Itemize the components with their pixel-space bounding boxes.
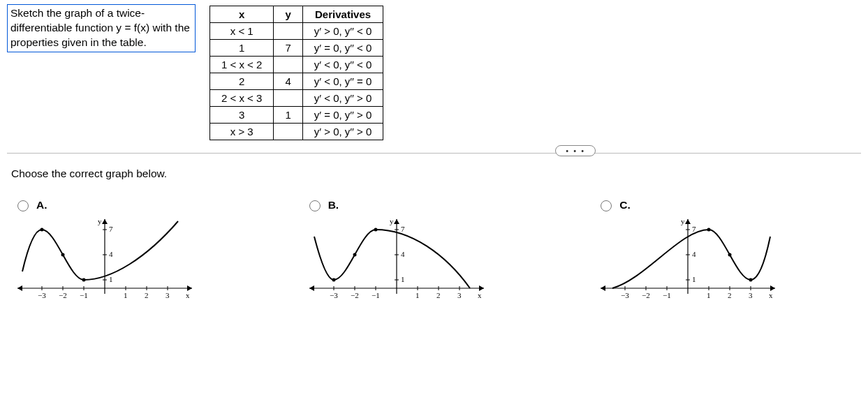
radio-c[interactable] [601, 200, 612, 211]
tick-label: 3 [457, 291, 462, 299]
option-a-label[interactable]: A. [14, 198, 278, 211]
axis-label-x: x [769, 291, 773, 299]
cell-x: 1 [210, 40, 274, 57]
svg-marker-21 [394, 219, 399, 224]
tick-label: 3 [165, 291, 170, 299]
tick-label: −2 [59, 291, 67, 299]
svg-point-16 [82, 278, 86, 282]
cell-y [274, 23, 302, 40]
axis-label-y: y [390, 217, 394, 225]
tick-label: 1 [707, 291, 711, 299]
tick-label: −3 [330, 291, 338, 299]
tick-label: −2 [351, 291, 359, 299]
cell-d: y′ < 0, y′′ = 0 [302, 73, 383, 90]
svg-marker-36 [601, 285, 605, 291]
option-c-label[interactable]: C. [597, 198, 861, 211]
table-row: x < 1 y′ > 0, y′′ < 0 [210, 23, 383, 40]
table-row: 1 7 y′ = 0, y′′ < 0 [210, 40, 383, 57]
table-row: 2 < x < 3 y′ < 0, y′′ > 0 [210, 90, 383, 107]
cell-x: 2 [210, 73, 274, 90]
graph-a: −3 −2 −1 1 2 3 1 4 7 y x [14, 216, 196, 299]
tick-label: 1 [415, 291, 420, 299]
svg-marker-2 [17, 285, 22, 291]
th-x: x [210, 6, 274, 23]
cell-x: 1 < x < 2 [210, 57, 274, 73]
cell-y: 7 [274, 40, 302, 57]
option-c: C. −3 −2 −1 1 2 3 1 4 7 y x [597, 198, 861, 299]
tick-label: 7 [401, 225, 405, 233]
choose-graph-prompt: Choose the correct graph below. [11, 167, 861, 180]
svg-point-48 [707, 228, 711, 232]
svg-point-14 [41, 228, 44, 232]
cell-x: x < 1 [210, 23, 274, 40]
option-a: A. −3 −2 −1 1 2 3 1 4 7 y [14, 198, 278, 299]
svg-marker-38 [685, 219, 691, 224]
tick-label: 1 [401, 275, 405, 283]
axis-label-x: x [478, 291, 482, 299]
tick-label: 4 [401, 250, 405, 258]
th-deriv: Derivatives [302, 6, 383, 23]
svg-marker-18 [479, 285, 484, 291]
svg-point-15 [61, 253, 65, 257]
tick-label: −1 [372, 291, 380, 299]
option-b-letter: B. [328, 199, 339, 211]
radio-a[interactable] [17, 200, 29, 211]
svg-point-33 [374, 228, 377, 232]
radio-b[interactable] [309, 200, 321, 211]
option-b: B. −3 −2 −1 1 2 3 1 4 7 y x [306, 198, 570, 299]
svg-marker-19 [309, 285, 314, 291]
graph-b: −3 −2 −1 1 2 3 1 4 7 y x [306, 216, 487, 299]
th-y: y [274, 6, 302, 23]
svg-point-31 [332, 278, 335, 282]
svg-point-49 [728, 253, 732, 257]
svg-marker-4 [102, 219, 108, 224]
separator-line [7, 153, 861, 154]
table-row: 1 < x < 2 y′ < 0, y′′ < 0 [210, 57, 383, 73]
cell-y [274, 57, 302, 73]
more-button[interactable]: • • • [555, 145, 596, 156]
tick-label: 1 [692, 275, 696, 283]
tick-label: 3 [749, 291, 753, 299]
svg-marker-1 [187, 285, 192, 291]
cell-d: y′ < 0, y′′ < 0 [302, 57, 383, 73]
table-row: x > 3 y′ > 0, y′′ > 0 [210, 124, 383, 140]
tick-label: 4 [109, 250, 113, 258]
tick-label: −3 [621, 291, 629, 299]
cell-x: 3 [210, 107, 274, 124]
derivatives-table: x y Derivatives x < 1 y′ > 0, y′′ < 0 1 … [209, 6, 383, 140]
tick-label: −1 [80, 291, 88, 299]
cell-d: y′ < 0, y′′ > 0 [302, 90, 383, 107]
table-row: 2 4 y′ < 0, y′′ = 0 [210, 73, 383, 90]
cell-y [274, 90, 302, 107]
tick-label: 2 [145, 291, 149, 299]
cell-x: x > 3 [210, 124, 274, 140]
graph-c: −3 −2 −1 1 2 3 1 4 7 y x [597, 216, 779, 299]
tick-label: −1 [663, 291, 671, 299]
tick-label: 4 [692, 250, 696, 258]
cell-d: y′ = 0, y′′ > 0 [302, 107, 383, 124]
tick-label: 7 [692, 225, 696, 233]
cell-y [274, 124, 302, 140]
cell-y: 1 [274, 107, 302, 124]
tick-label: 2 [436, 291, 441, 299]
axis-label-y: y [98, 217, 102, 225]
question-text: Sketch the graph of a twice-differentiab… [7, 4, 196, 52]
tick-label: 2 [728, 291, 732, 299]
cell-x: 2 < x < 3 [210, 90, 274, 107]
cell-y: 4 [274, 73, 302, 90]
svg-marker-35 [770, 285, 775, 291]
tick-label: 1 [109, 275, 113, 283]
option-b-label[interactable]: B. [306, 198, 570, 211]
table-row: 3 1 y′ = 0, y′′ > 0 [210, 107, 383, 124]
option-a-letter: A. [36, 199, 47, 211]
tick-label: −2 [642, 291, 650, 299]
axis-label-x: x [186, 291, 190, 299]
cell-d: y′ > 0, y′′ < 0 [302, 23, 383, 40]
svg-point-50 [749, 278, 753, 282]
tick-label: 1 [124, 291, 128, 299]
tick-label: −3 [38, 291, 46, 299]
cell-d: y′ = 0, y′′ < 0 [302, 40, 383, 57]
tick-label: 7 [109, 225, 113, 233]
svg-point-32 [353, 253, 356, 257]
axis-label-y: y [681, 217, 685, 225]
